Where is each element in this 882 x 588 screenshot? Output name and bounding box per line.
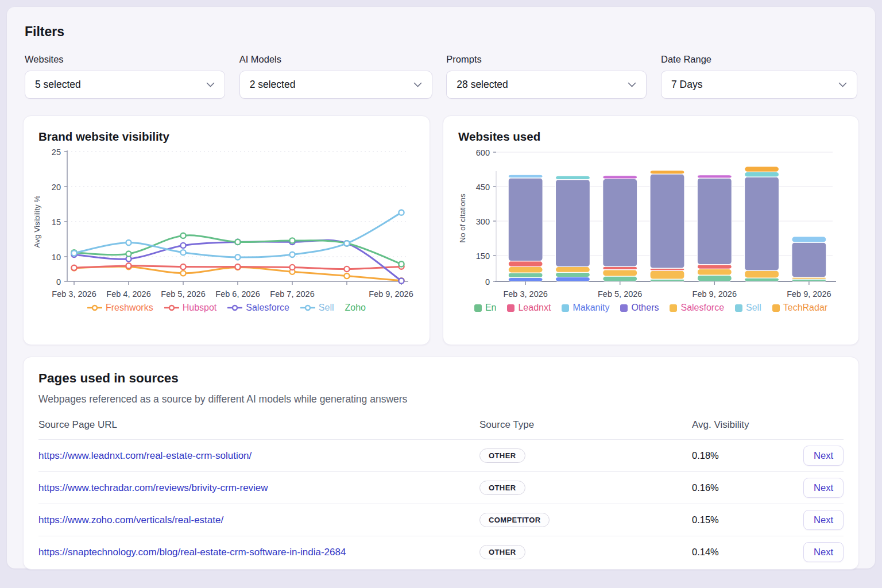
citations-bar-chart: 0150300450600Feb 3, 2026Feb 5, 2026Feb 9… bbox=[450, 148, 846, 302]
chevron-down-icon bbox=[413, 82, 422, 87]
legend-item-sell[interactable]: Sell bbox=[300, 303, 334, 313]
avg-visibility-value: 0.18% bbox=[692, 450, 792, 461]
filter-ai-models: AI Models 2 selected bbox=[239, 54, 432, 99]
prompts-label: Prompts bbox=[446, 54, 647, 65]
svg-text:Feb 7, 2026: Feb 7, 2026 bbox=[270, 289, 314, 299]
legend-label: Salesforce bbox=[680, 303, 724, 313]
svg-text:Avg Visibility %: Avg Visibility % bbox=[33, 195, 41, 247]
websites-used-chart-title: Websites used bbox=[458, 130, 858, 144]
table-row: https://snaptechnology.com/blog/real-est… bbox=[38, 536, 844, 568]
svg-text:10: 10 bbox=[52, 253, 61, 262]
legend-swatch-icon bbox=[670, 304, 677, 312]
svg-text:300: 300 bbox=[476, 217, 490, 226]
legend-item-freshworks[interactable]: Freshworks bbox=[87, 303, 153, 313]
pages-used-card: Pages used in sources Webpages reference… bbox=[23, 357, 859, 570]
websites-label: Websites bbox=[25, 54, 225, 65]
chevron-down-icon bbox=[628, 82, 636, 87]
legend-item-others[interactable]: Others bbox=[620, 303, 659, 313]
legend-swatch-icon bbox=[507, 304, 514, 312]
svg-text:No of citations: No of citations bbox=[458, 194, 467, 243]
svg-text:450: 450 bbox=[476, 183, 490, 192]
chevron-down-icon bbox=[206, 82, 215, 87]
series-marker-icon bbox=[227, 304, 242, 311]
legend-swatch-icon bbox=[620, 304, 628, 312]
svg-text:20: 20 bbox=[52, 183, 61, 192]
legend-swatch-icon bbox=[562, 304, 569, 312]
legend-item-salesforce[interactable]: Salesforce bbox=[227, 303, 289, 313]
filter-date-range: Date Range 7 Days bbox=[661, 54, 857, 99]
dashboard-panel: Filters Websites 5 selected AI Models 2 … bbox=[7, 7, 875, 568]
svg-text:Feb 9, 2026: Feb 9, 2026 bbox=[693, 289, 737, 299]
legend-label: Others bbox=[631, 303, 659, 313]
legend-label: Zoho bbox=[345, 303, 366, 313]
websites-dropdown-value: 5 selected bbox=[35, 79, 81, 91]
prompts-dropdown-value: 28 selected bbox=[457, 79, 508, 91]
source-url-link[interactable]: https://www.leadnxt.com/real-estate-crm-… bbox=[38, 450, 252, 461]
visibility-line-chart: 010152025Feb 3, 2026Feb 4, 2026Feb 5, 20… bbox=[30, 148, 419, 302]
svg-text:Feb 5, 2026: Feb 5, 2026 bbox=[161, 289, 205, 299]
pages-used-title: Pages used in sources bbox=[38, 371, 844, 386]
avg-visibility-value: 0.15% bbox=[692, 514, 792, 525]
legend-label: TechRadar bbox=[783, 303, 827, 313]
svg-text:Feb 3, 2026: Feb 3, 2026 bbox=[503, 289, 547, 299]
table-row: https://www.techradar.com/reviews/brivit… bbox=[38, 471, 844, 504]
series-marker-icon bbox=[164, 304, 179, 311]
date-range-dropdown[interactable]: 7 Days bbox=[661, 71, 857, 99]
ai-models-label: AI Models bbox=[239, 54, 432, 65]
filters-title: Filters bbox=[25, 24, 857, 40]
filter-prompts: Prompts 28 selected bbox=[446, 54, 647, 99]
source-type-badge: COMPETITOR bbox=[479, 513, 550, 527]
websites-used-chart-legend: EnLeadnxtMakanityOthersSalesforceSellTec… bbox=[443, 303, 858, 313]
svg-text:Feb 5, 2026: Feb 5, 2026 bbox=[598, 289, 642, 299]
source-url-link[interactable]: https://www.zoho.com/verticals/real-esta… bbox=[38, 514, 223, 525]
legend-item-makanity[interactable]: Makanity bbox=[562, 303, 609, 313]
source-type-badge: OTHER bbox=[479, 481, 525, 495]
filter-grid: Websites 5 selected AI Models 2 selected… bbox=[25, 54, 857, 99]
visibility-chart-legend: FreshworksHubspotSalesforceSellZoho bbox=[24, 303, 430, 313]
svg-text:Feb 6, 2026: Feb 6, 2026 bbox=[215, 289, 260, 299]
svg-text:Feb 3, 2026: Feb 3, 2026 bbox=[52, 289, 96, 299]
legend-item-techradar[interactable]: TechRadar bbox=[772, 303, 827, 313]
next-button[interactable]: Next bbox=[803, 446, 844, 466]
legend-item-en[interactable]: En bbox=[474, 303, 497, 313]
legend-item-zoho[interactable]: Zoho bbox=[345, 303, 366, 313]
svg-text:Feb 9, 2026: Feb 9, 2026 bbox=[369, 289, 413, 299]
legend-item-leadnxt[interactable]: Leadnxt bbox=[507, 303, 551, 313]
next-button[interactable]: Next bbox=[803, 542, 844, 562]
source-url-link[interactable]: https://www.techradar.com/reviews/brivit… bbox=[38, 482, 268, 493]
svg-text:15: 15 bbox=[52, 218, 61, 227]
legend-label: Leadnxt bbox=[518, 303, 551, 313]
svg-text:0: 0 bbox=[56, 277, 61, 287]
legend-item-hubspot[interactable]: Hubspot bbox=[164, 303, 217, 313]
legend-label: Salesforce bbox=[246, 303, 289, 313]
svg-text:Feb 9, 2026: Feb 9, 2026 bbox=[787, 289, 831, 299]
avg-visibility-value: 0.16% bbox=[692, 482, 792, 493]
legend-item-sell[interactable]: Sell bbox=[735, 303, 761, 313]
charts-row: Brand website visibility 010152025Feb 3,… bbox=[7, 99, 875, 345]
legend-swatch-icon bbox=[735, 304, 742, 312]
svg-text:25: 25 bbox=[52, 148, 61, 157]
websites-used-chart-card: Websites used 0150300450600Feb 3, 2026Fe… bbox=[443, 115, 859, 345]
table-row: https://www.leadnxt.com/real-estate-crm-… bbox=[38, 439, 844, 471]
svg-text:Feb 4, 2026: Feb 4, 2026 bbox=[106, 289, 150, 299]
filter-websites: Websites 5 selected bbox=[25, 54, 225, 99]
source-type-badge: OTHER bbox=[479, 545, 525, 559]
legend-item-salesforce[interactable]: Salesforce bbox=[670, 303, 724, 313]
prompts-dropdown[interactable]: 28 selected bbox=[446, 71, 647, 99]
next-button[interactable]: Next bbox=[803, 478, 844, 498]
source-url-link[interactable]: https://snaptechnology.com/blog/real-est… bbox=[38, 547, 346, 558]
col-header-visibility: Avg. Visibility bbox=[692, 419, 792, 431]
ai-models-dropdown[interactable]: 2 selected bbox=[239, 71, 432, 99]
legend-label: Sell bbox=[319, 303, 334, 313]
legend-label: Makanity bbox=[572, 303, 609, 313]
next-button[interactable]: Next bbox=[803, 510, 844, 530]
websites-dropdown[interactable]: 5 selected bbox=[25, 71, 225, 99]
svg-text:150: 150 bbox=[476, 252, 490, 261]
legend-label: Sell bbox=[746, 303, 761, 313]
ai-models-dropdown-value: 2 selected bbox=[250, 79, 296, 91]
series-marker-icon bbox=[300, 304, 315, 311]
source-type-badge: OTHER bbox=[479, 448, 525, 463]
chevron-down-icon bbox=[838, 82, 847, 87]
col-header-type: Source Type bbox=[479, 419, 692, 431]
legend-swatch-icon bbox=[474, 304, 482, 312]
